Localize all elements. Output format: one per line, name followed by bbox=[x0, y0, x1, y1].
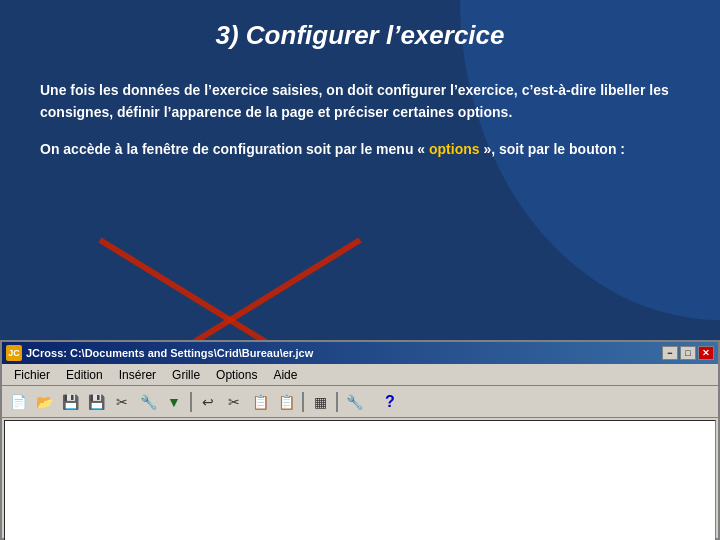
toolbar-separator2 bbox=[302, 392, 304, 412]
menu-edition[interactable]: Edition bbox=[58, 366, 111, 384]
toolbar-config-btn[interactable]: 🔧 bbox=[342, 390, 366, 414]
body-paragraph2: On accède à la fenêtre de configuration … bbox=[40, 138, 680, 160]
close-button[interactable]: ✕ bbox=[698, 346, 714, 360]
toolbar-saveas-btn[interactable]: 💾 bbox=[84, 390, 108, 414]
menu-inserer[interactable]: Insérer bbox=[111, 366, 164, 384]
window-title: JCross: C:\Documents and Settings\Crid\B… bbox=[26, 347, 313, 359]
app-icon: JC bbox=[6, 345, 22, 361]
toolbar-separator3 bbox=[336, 392, 338, 412]
toolbar-help-btn[interactable]: ? bbox=[378, 390, 402, 414]
body-paragraph1: Une fois les données de l’exercice saisi… bbox=[40, 79, 680, 124]
toolbar-undo-btn[interactable]: ↩ bbox=[196, 390, 220, 414]
menu-fichier[interactable]: Fichier bbox=[6, 366, 58, 384]
toolbar-separator1 bbox=[190, 392, 192, 412]
page-title: 3) Configurer l’exercice bbox=[40, 20, 680, 51]
toolbar-cut-btn[interactable]: ✂ bbox=[222, 390, 246, 414]
toolbar-open-btn[interactable]: 📂 bbox=[32, 390, 56, 414]
paragraph2-text: On accède à la fenêtre de configuration … bbox=[40, 141, 625, 157]
minimize-button[interactable]: − bbox=[662, 346, 678, 360]
toolbar-save-btn[interactable]: 💾 bbox=[58, 390, 82, 414]
window-main-content bbox=[4, 420, 716, 540]
options-link: options bbox=[429, 141, 480, 157]
toolbar-btn5[interactable]: ✂ bbox=[110, 390, 134, 414]
title-bar-left: JC JCross: C:\Documents and Settings\Cri… bbox=[6, 345, 313, 361]
title-bar: JC JCross: C:\Documents and Settings\Cri… bbox=[2, 342, 718, 364]
toolbar-paste-btn[interactable]: 📋 bbox=[274, 390, 298, 414]
content-area: 3) Configurer l’exercice Une fois les do… bbox=[0, 0, 720, 184]
menu-options[interactable]: Options bbox=[208, 366, 265, 384]
toolbar-grid-btn[interactable]: ▦ bbox=[308, 390, 332, 414]
title-bar-buttons: − □ ✕ bbox=[662, 346, 714, 360]
toolbar-new-btn[interactable]: 📄 bbox=[6, 390, 30, 414]
menu-aide[interactable]: Aide bbox=[265, 366, 305, 384]
app-window: JC JCross: C:\Documents and Settings\Cri… bbox=[0, 340, 720, 540]
menu-grille[interactable]: Grille bbox=[164, 366, 208, 384]
restore-button[interactable]: □ bbox=[680, 346, 696, 360]
toolbar: 📄 📂 💾 💾 ✂ 🔧 ▼ ↩ ✂ 📋 📋 ▦ 🔧 ? bbox=[2, 386, 718, 418]
toolbar-copy-btn[interactable]: 📋 bbox=[248, 390, 272, 414]
toolbar-down-btn[interactable]: ▼ bbox=[162, 390, 186, 414]
toolbar-btn6[interactable]: 🔧 bbox=[136, 390, 160, 414]
menu-bar: Fichier Edition Insérer Grille Options A… bbox=[2, 364, 718, 386]
